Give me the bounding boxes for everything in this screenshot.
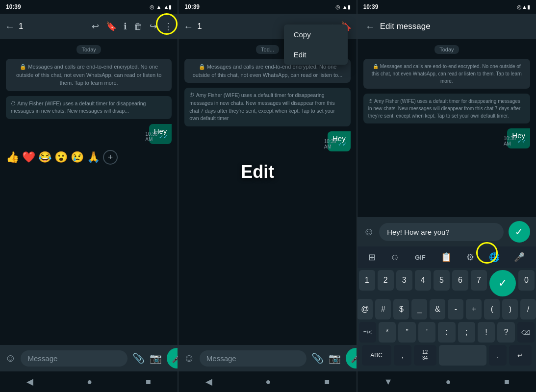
kb-key-amp[interactable]: & — [430, 299, 445, 319]
kb-key-7[interactable]: 7 — [471, 270, 487, 291]
back-nav-icon-2[interactable]: ◀ — [205, 376, 212, 387]
kb-key-backspace[interactable]: ⌫ — [517, 322, 535, 343]
kb-key-dollar[interactable]: $ — [393, 299, 409, 319]
camera-icon-1[interactable]: 📷 — [150, 352, 162, 364]
bookmark-icon[interactable]: 🔖 — [106, 21, 117, 32]
kb-key-8[interactable]: ✓ — [489, 270, 516, 296]
bottom-nav-2: ◀ ● ■ — [179, 371, 356, 392]
message-input-bar-2: ☺ 📎 📷 🎤 — [179, 345, 356, 371]
forward-icon[interactable]: ↪ — [150, 21, 157, 32]
reply-icon[interactable]: ↩ — [92, 21, 99, 32]
emoji-laugh[interactable]: 😂 — [38, 151, 51, 164]
kb-key-3[interactable]: 3 — [396, 270, 412, 291]
kb-key-minus[interactable]: - — [448, 299, 463, 319]
emoji-wow[interactable]: 😮 — [54, 151, 68, 164]
kb-key-star[interactable]: * — [379, 322, 396, 343]
system-message-3: 🔒 Messages and calls are end-to-end encr… — [363, 59, 530, 89]
selected-count-1: 1 — [19, 22, 23, 31]
kb-key-comma[interactable]: , — [394, 345, 411, 366]
kb-key-colon[interactable]: : — [438, 322, 455, 343]
home-nav-icon-3[interactable]: ● — [446, 377, 451, 387]
kb-gif-button[interactable]: GIF — [411, 251, 430, 264]
camera-icon-2[interactable]: 📷 — [329, 352, 341, 364]
system-notice-2: ⏱ Amy Fisher (WIFE) uses a default timer… — [184, 88, 350, 126]
home-nav-icon-1[interactable]: ● — [87, 377, 92, 387]
kb-key-apostrophe[interactable]: ' — [418, 322, 435, 343]
kb-key-symbols[interactable]: =\< — [359, 322, 376, 343]
kb-key-period[interactable]: . — [489, 345, 507, 366]
wifi-icon-2: ▲▮ — [342, 4, 351, 10]
double-check-icon-1: ✓✓ — [159, 134, 168, 140]
kb-settings-icon[interactable]: ⚙ — [463, 249, 477, 266]
emoji-pray[interactable]: 🙏 — [87, 151, 100, 164]
kb-key-at[interactable]: @ — [357, 299, 373, 319]
double-check-icon-2: ✓✓ — [338, 141, 347, 147]
kb-key-2[interactable]: 2 — [378, 270, 394, 291]
attach-icon-2[interactable]: 📎 — [311, 352, 324, 364]
kb-key-plus[interactable]: + — [466, 299, 482, 319]
back-nav-icon-1[interactable]: ◀ — [26, 376, 33, 387]
kb-key-6[interactable]: 6 — [452, 270, 468, 291]
kb-key-1[interactable]: 1 — [359, 270, 375, 291]
kb-key-lparen[interactable]: ( — [484, 299, 500, 319]
double-check-icon-3: ✓✓ — [517, 138, 526, 145]
kb-row-symbols-1: @ # $ _ & - + ( ) / — [359, 299, 535, 319]
date-chip-3: Today — [434, 45, 459, 54]
kb-key-space[interactable] — [439, 345, 486, 366]
emoji-thumbs-up[interactable]: 👍 — [6, 151, 19, 164]
recents-nav-icon-1[interactable]: ■ — [146, 377, 151, 387]
back-nav-icon-3[interactable]: ▼ — [384, 377, 393, 387]
keyboard-toolbar: ⊞ ☺ GIF 📋 ⚙ 🌐 🎤 — [357, 246, 536, 268]
add-reaction-button[interactable]: + — [103, 150, 118, 165]
kb-key-4[interactable]: 4 — [415, 270, 431, 291]
chat-body-1: Today 🔒 Messages and calls are end-to-en… — [0, 39, 178, 345]
time-2: 10:39 — [184, 3, 200, 10]
kb-row-symbols-2: =\< * " ' : ; ! ? ⌫ — [359, 322, 535, 343]
kb-key-abc[interactable]: ABC — [362, 345, 391, 366]
info-icon[interactable]: ℹ — [124, 21, 127, 32]
emoji-picker-icon-1[interactable]: ☺ — [5, 352, 16, 365]
kb-key-quote[interactable]: " — [398, 322, 415, 343]
emoji-sad[interactable]: 😢 — [71, 151, 84, 164]
time-1: 10:39 — [6, 3, 21, 10]
kb-key-1234[interactable]: 1234 — [414, 345, 436, 366]
kb-key-hash[interactable]: # — [375, 299, 391, 319]
mic-button-1[interactable]: 🎤 — [167, 348, 178, 368]
context-edit[interactable]: Edit — [284, 45, 348, 65]
more-icon[interactable]: ⋮ — [164, 21, 173, 32]
message-bubble-3: Hey 10:38 AM ✓✓ — [507, 128, 530, 148]
kb-grid-icon[interactable]: ⊞ — [365, 249, 379, 266]
kb-key-enter[interactable]: ↵ — [509, 345, 532, 366]
delete-icon[interactable]: 🗑 — [134, 22, 143, 32]
home-nav-icon-2[interactable]: ● — [266, 377, 271, 387]
edit-emoji-icon[interactable]: ☺ — [363, 225, 374, 238]
kb-key-underscore[interactable]: _ — [411, 299, 427, 319]
recents-nav-icon-3[interactable]: ■ — [504, 377, 510, 387]
edit-message-input[interactable] — [379, 223, 504, 241]
emoji-picker-icon-2[interactable]: ☺ — [183, 352, 194, 365]
recents-nav-icon-2[interactable]: ■ — [324, 377, 330, 387]
emoji-heart[interactable]: ❤️ — [22, 151, 35, 164]
kb-key-question[interactable]: ? — [497, 322, 514, 343]
mic-button-2[interactable]: 🎤 — [346, 348, 357, 368]
edit-back-button[interactable]: ← — [365, 21, 375, 32]
kb-clipboard-icon[interactable]: 📋 — [438, 249, 455, 266]
edit-send-button[interactable]: ✓ — [509, 221, 530, 243]
kb-lang-icon[interactable]: 🌐 — [486, 249, 503, 265]
kb-emoji-icon[interactable]: ☺ — [387, 249, 402, 266]
kb-key-slash[interactable]: / — [520, 299, 536, 319]
kb-mic-icon[interactable]: 🎤 — [511, 249, 528, 266]
kb-key-5[interactable]: 5 — [434, 270, 450, 291]
kb-key-semicolon[interactable]: ; — [458, 322, 475, 343]
context-copy[interactable]: Copy — [284, 24, 348, 45]
kb-key-0[interactable]: 0 — [518, 270, 535, 291]
attach-icon-1[interactable]: 📎 — [132, 352, 145, 364]
back-button-1[interactable]: ← — [5, 21, 15, 32]
message-input-2[interactable] — [200, 350, 306, 367]
back-button-2[interactable]: ← — [183, 21, 193, 32]
panel-3: 10:39 ◎▲▮ ← Edit message Today 🔒 Message… — [357, 0, 536, 392]
kb-key-exclaim[interactable]: ! — [478, 322, 495, 343]
edit-title: Edit message — [380, 22, 431, 31]
message-input-1[interactable] — [21, 350, 128, 367]
kb-key-rparen[interactable]: ) — [502, 299, 518, 319]
